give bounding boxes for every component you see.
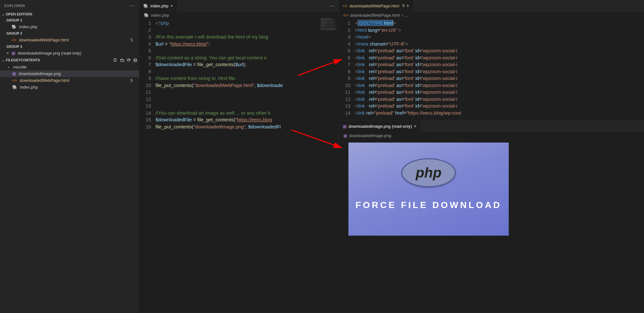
editor-area: 🐘 index.php × ⋯ 🐘 index.php 123456789101… (139, 0, 644, 313)
line-gutter: 1234567891011121314 (339, 19, 355, 120)
php-logo-text: php (416, 165, 442, 181)
close-icon[interactable]: × (170, 3, 173, 8)
file-name: downloadedWebPage.html (20, 78, 69, 83)
html-icon: <> (12, 38, 16, 42)
code-editor[interactable]: 12345678910111213141516 <?php //For this… (139, 19, 339, 313)
html-icon: <> (12, 78, 17, 83)
code-lines[interactable]: <?php //For this example I will download… (155, 19, 339, 313)
tab-label: downloadedWebPage.html (349, 4, 399, 8)
editor-group-2: <> downloadedWebPage.html 5 × <> downloa… (339, 0, 644, 120)
code-editor[interactable]: 1234567891011121314 <!DOCTYPE html><html… (339, 19, 644, 120)
problems-badge: 5 (130, 38, 133, 42)
image-icon: ▦ (12, 71, 16, 76)
image-caption: FORCE FILE DOWNLOAD (355, 200, 502, 210)
html-icon: <> (343, 4, 347, 8)
tab-bar: <> downloadedWebPage.html 5 × (339, 0, 644, 12)
breadcrumb[interactable]: ▦ downloadedImage.png (339, 132, 644, 139)
line-gutter: 12345678910111213141516 (139, 19, 155, 313)
tab-downloaded-image[interactable]: ▦ downloadedImage.png (read-only) × (339, 120, 421, 132)
image-icon: ▦ (343, 124, 347, 129)
close-icon[interactable]: × (414, 124, 416, 129)
image-icon: ▦ (343, 133, 347, 138)
php-icon: 🐘 (12, 24, 17, 29)
open-editors-list: GROUP 1 🐘 index.php GROUP 2 <> downloade… (0, 17, 139, 57)
image-icon: ▦ (12, 51, 15, 56)
file-name: downloadedImage.png (19, 71, 61, 76)
file-item[interactable]: <> downloadedWebPage.html 5 (0, 77, 139, 84)
explorer-title: EXPLORER (4, 4, 25, 8)
group-label: GROUP 3 (0, 43, 139, 50)
open-editor-item[interactable]: <> downloadedWebPage.html 5 (0, 37, 139, 43)
editor-column-right: <> downloadedWebPage.html 5 × <> downloa… (339, 0, 644, 313)
open-editors-label: OPEN EDITORS (6, 12, 32, 16)
close-icon[interactable]: × (406, 3, 409, 8)
breadcrumb-label: downloadedImage.png (349, 133, 391, 138)
chevron-down-icon: ⌄ (2, 58, 4, 62)
tab-label: index.php (150, 4, 168, 8)
file-item[interactable]: 🐘 index.php (0, 84, 139, 91)
refresh-icon[interactable]: ⟳ (127, 57, 131, 63)
file-name: downloadedWebPage.html (19, 38, 69, 42)
tab-label: downloadedImage.png (read-only) (348, 124, 412, 129)
open-editors-header[interactable]: ⌄ OPEN EDITORS (0, 11, 139, 17)
tab-bar: 🐘 index.php × ⋯ (139, 0, 339, 12)
php-icon: 🐘 (143, 4, 148, 8)
open-editor-item[interactable]: × ▦ downloadedImage.png (read-only) (0, 50, 139, 57)
php-logo: php (401, 158, 456, 187)
tab-bar: ▦ downloadedImage.png (read-only) × (339, 120, 644, 132)
file-name: downloadedImage.png (read-only) (18, 51, 81, 56)
collapse-icon[interactable]: ⊟ (133, 57, 137, 63)
file-item[interactable]: ▦ downloadedImage.png (0, 70, 139, 77)
explorer-header: EXPLORER ⋯ (0, 0, 139, 11)
group-label: GROUP 2 (0, 30, 139, 37)
folder-item[interactable]: › .vscode (0, 64, 139, 70)
folder-name: .vscode (12, 65, 27, 69)
html-icon: <> (343, 13, 348, 18)
tab-index-php[interactable]: 🐘 index.php × (139, 0, 177, 12)
folder-header[interactable]: ⌄ FILEGETCONTENTS 🗋 🗀 ⟳ ⊟ (0, 57, 139, 64)
code-lines[interactable]: <!DOCTYPE html><html lang="en-US" ><head… (355, 19, 644, 120)
file-name: index.php (20, 85, 38, 90)
chevron-down-icon: ⌄ (2, 13, 4, 16)
breadcrumb[interactable]: 🐘 index.php (139, 12, 339, 19)
new-folder-icon[interactable]: 🗀 (120, 57, 124, 63)
new-file-icon[interactable]: 🗋 (113, 57, 117, 63)
explorer-sidebar: EXPLORER ⋯ ⌄ OPEN EDITORS GROUP 1 🐘 inde… (0, 0, 139, 313)
chevron-right-icon: › (8, 65, 12, 69)
tab-downloaded-html[interactable]: <> downloadedWebPage.html 5 × (339, 0, 413, 12)
problems-badge: 5 (130, 78, 133, 83)
image-preview[interactable]: php FORCE FILE DOWNLOAD (339, 139, 644, 313)
breadcrumb-label: index.php (151, 13, 169, 18)
editor-group-3: ▦ downloadedImage.png (read-only) × ▦ do… (339, 120, 644, 313)
problems-badge: 5 (402, 4, 405, 8)
php-icon: 🐘 (12, 85, 17, 90)
open-editor-item[interactable]: 🐘 index.php (0, 23, 139, 30)
file-name: index.php (19, 24, 37, 29)
close-icon[interactable]: × (6, 51, 9, 56)
explorer-more-icon[interactable]: ⋯ (130, 3, 135, 9)
file-tree: › .vscode ▦ downloadedImage.png <> downl… (0, 64, 139, 91)
folder-label: FILEGETCONTENTS (6, 58, 40, 62)
php-icon: 🐘 (144, 13, 149, 18)
editor-more-icon[interactable]: ⋯ (330, 3, 339, 9)
group-label: GROUP 1 (0, 17, 139, 23)
breadcrumb-more: › ... (402, 13, 408, 18)
preview-image: php FORCE FILE DOWNLOAD (348, 143, 509, 236)
folder-actions: 🗋 🗀 ⟳ ⊟ (113, 57, 137, 63)
breadcrumb[interactable]: <> downloadedWebPage.html › ... (339, 12, 644, 19)
breadcrumb-label: downloadedWebPage.html (350, 13, 400, 18)
minimap[interactable] (319, 12, 339, 108)
editor-group-1: 🐘 index.php × ⋯ 🐘 index.php 123456789101… (139, 0, 339, 313)
